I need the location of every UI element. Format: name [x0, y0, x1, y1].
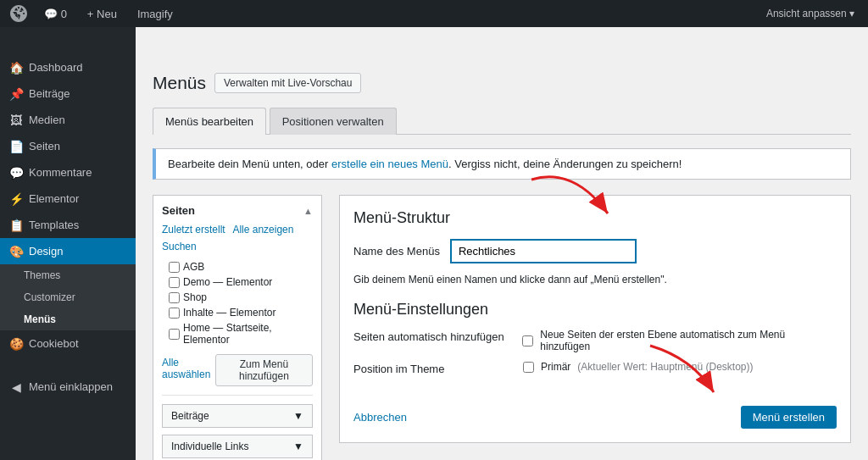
page-title-area: Menüs Verwalten mit Live-Vorschau	[153, 71, 851, 94]
adminbar-view-adjust[interactable]: Ansicht anpassen ▾	[760, 8, 861, 19]
sidebar-item-label: Elementor	[29, 192, 79, 205]
sidebar-item-templates[interactable]: 📋 Templates	[0, 212, 136, 238]
main-content: Menüs Verwalten mit Live-Vorschau Menüs …	[136, 27, 868, 460]
medien-icon: 🖼	[10, 114, 22, 126]
page-title: Menüs	[153, 71, 206, 94]
position-value: Primär (Aktueller Wert: Hauptmenü (Deskt…	[523, 361, 754, 373]
beitraege-section: Beiträge ▼	[162, 404, 313, 428]
alle-auswaehlen-link[interactable]: Alle auswählen	[162, 357, 215, 380]
collapse-icon: ◀	[10, 381, 22, 393]
kommentare-icon: 💬	[10, 167, 22, 179]
pages-list: AGB Demo — Elementor Shop Inhalte —	[169, 259, 313, 347]
sidebar-item-kommentare[interactable]: 💬 Kommentare	[0, 159, 136, 186]
seiten-arrow: ▲	[303, 206, 313, 216]
seiten-section-title: Seiten ▲	[162, 204, 313, 217]
wp-logo[interactable]	[7, 2, 31, 25]
sidebar-item-label: Kommentare	[29, 166, 92, 179]
position-checkbox[interactable]	[523, 362, 534, 373]
list-item: Shop	[169, 290, 313, 305]
sidebar-item-label: Medien	[29, 114, 65, 126]
customizer-label: Customizer	[24, 291, 75, 303]
sidebar: 🏠 Dashboard 📌 Beiträge 🖼 Medien 📄 Seiten…	[0, 27, 136, 460]
sidebar-item-dashboard[interactable]: 🏠 Dashboard	[0, 54, 136, 80]
list-item: Inhalte — Elementor	[169, 305, 313, 320]
seiten-icon: 📄	[10, 141, 22, 152]
individuelle-links-arrow: ▼	[293, 441, 303, 452]
alle-zum-menue-row: Alle auswählen Zum Menü hinzufügen	[162, 354, 313, 386]
hint-text: Gib deinem Menü einen Namen und klicke d…	[353, 274, 837, 285]
dashboard-icon: 🏠	[10, 62, 22, 74]
design-icon: 🎨	[10, 246, 22, 258]
beitraege-toggle[interactable]: Beiträge ▼	[162, 404, 313, 428]
zuletzt-erstellt-link[interactable]: Zuletzt erstellt	[162, 224, 225, 236]
notice-text-before: Bearbeite dein Menü unten, oder	[168, 158, 331, 170]
sidebar-item-medien[interactable]: 🖼 Medien	[0, 107, 136, 133]
beitraege-arrow: ▼	[293, 410, 303, 422]
action-row: Abbrechen Menü erste	[353, 392, 837, 429]
sidebar-collapse[interactable]: ◀ Menü einklappen	[0, 374, 136, 400]
adminbar-imagify[interactable]: Imagify	[131, 8, 180, 20]
auto-add-checkbox[interactable]	[522, 335, 533, 346]
alle-anzeigen-link[interactable]: Alle anzeigen	[232, 224, 293, 236]
notice-text-after: . Vergiss nicht, deine Änderungen zu spe…	[448, 158, 682, 170]
position-text: Primär	[541, 361, 570, 373]
name-des-menus-row: Name des Menüs	[353, 239, 837, 263]
sidebar-item-label: Cookiebot	[29, 337, 79, 350]
elementor-icon: ⚡	[10, 193, 22, 205]
name-label: Name des Menüs	[353, 245, 440, 258]
sidebar-item-themes[interactable]: Themes	[0, 264, 136, 286]
menu-erstellen-button[interactable]: Menü erstellen	[741, 406, 837, 429]
design-submenu: Themes Customizer Menüs	[0, 264, 136, 330]
individuelle-links-section: Individuelle Links ▼	[162, 435, 313, 458]
menu-name-input[interactable]	[450, 239, 637, 263]
sidebar-item-design[interactable]: 🎨 Design	[0, 238, 136, 264]
sidebar-item-seiten[interactable]: 📄 Seiten	[0, 133, 136, 159]
sidebar-item-cookiebot[interactable]: 🍪 Cookiebot	[0, 330, 136, 357]
auto-add-text: Neue Seiten der ersten Ebene automatisch…	[540, 329, 837, 352]
auto-add-label: Seiten automatisch hinzufügen	[353, 329, 522, 343]
notice-link[interactable]: erstelle ein neues Menü	[331, 158, 448, 170]
suchen-link[interactable]: Suchen	[162, 241, 313, 252]
sidebar-item-label: Templates	[29, 219, 79, 231]
position-row: Position im Theme Primär (Aktueller Wert…	[353, 361, 837, 375]
sidebar-item-label: Design	[29, 245, 63, 258]
collapse-label: Menü einklappen	[29, 380, 113, 393]
sidebar-item-label: Seiten	[29, 140, 60, 152]
zum-menue-button[interactable]: Zum Menü hinzufügen	[215, 354, 313, 386]
menu-entries-panel: Seiten ▲ Zuletzt erstellt Alle anzeigen …	[153, 195, 322, 460]
tab-menues-bearbeiten[interactable]: Menüs bearbeiten	[153, 108, 266, 135]
page-checkbox-agb[interactable]	[169, 262, 180, 273]
page-checkbox-shop[interactable]	[169, 292, 180, 303]
auto-add-value: Neue Seiten der ersten Ebene automatisch…	[522, 329, 837, 352]
templates-icon: 📋	[10, 219, 22, 231]
sidebar-item-elementor[interactable]: ⚡ Elementor	[0, 186, 136, 212]
abbrechen-link[interactable]: Abbrechen	[353, 411, 407, 424]
page-checkbox-demo[interactable]	[169, 277, 180, 288]
structure-title: Menü-Struktur	[353, 209, 837, 227]
sidebar-item-menues[interactable]: Menüs	[0, 308, 136, 330]
einstellungen-title: Menü-Einstellungen	[353, 301, 837, 319]
page-checkbox-inhalte[interactable]	[169, 308, 180, 319]
menu-structure-panel: Menü-Struktur Name des Menüs Gib deinem …	[339, 195, 851, 443]
adminbar-new[interactable]: + Neu	[81, 8, 124, 20]
list-item: AGB	[169, 259, 313, 274]
quick-links: Zuletzt erstellt Alle anzeigen	[162, 224, 313, 236]
sidebar-item-label: Dashboard	[29, 61, 83, 74]
themes-label: Themes	[24, 269, 60, 281]
sidebar-item-beitraege[interactable]: 📌 Beiträge	[0, 80, 136, 107]
cookiebot-icon: 🍪	[10, 338, 22, 350]
position-label: Position im Theme	[353, 361, 523, 375]
individuelle-links-toggle[interactable]: Individuelle Links ▼	[162, 435, 313, 458]
admin-bar: 💬 0 + Neu Imagify Ansicht anpassen ▾	[0, 0, 868, 27]
menu-editor: Seiten ▲ Zuletzt erstellt Alle anzeigen …	[153, 195, 851, 460]
notice-bar: Bearbeite dein Menü unten, oder erstelle…	[153, 148, 851, 180]
tab-positionen-verwalten[interactable]: Positionen verwalten	[270, 108, 397, 135]
menues-label: Menüs	[24, 313, 56, 325]
tab-wrapper: Menüs bearbeiten Positionen verwalten	[153, 108, 851, 135]
live-preview-button[interactable]: Verwalten mit Live-Vorschau	[214, 73, 361, 93]
sidebar-item-customizer[interactable]: Customizer	[0, 286, 136, 308]
adminbar-comments[interactable]: 💬 0	[37, 8, 74, 20]
list-item: Demo — Elementor	[169, 274, 313, 290]
page-checkbox-home[interactable]	[169, 329, 180, 340]
sidebar-item-label: Beiträge	[29, 87, 70, 100]
